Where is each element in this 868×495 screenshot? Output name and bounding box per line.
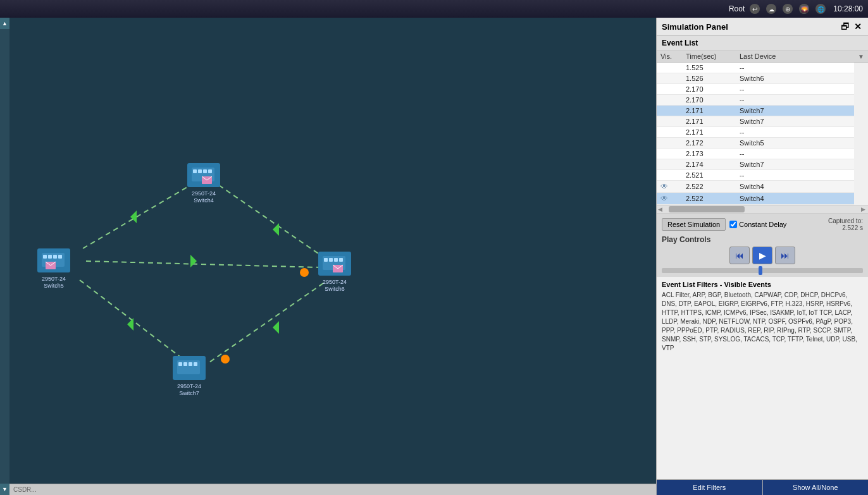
globe-icon[interactable]: 🌐 (814, 3, 827, 15)
device-cell: Switch5 (736, 138, 854, 149)
vis-cell (657, 63, 682, 73)
svg-text:Switch7: Switch7 (179, 390, 199, 396)
table-row[interactable]: 2.173-- (657, 149, 868, 159)
svg-text:🌄: 🌄 (801, 6, 809, 13)
bottom-buttons: Edit Filters Show All/None (657, 479, 868, 495)
play-controls-label: Play Controls (662, 235, 710, 244)
canvas-scroll-up[interactable]: ▲ (0, 18, 9, 29)
vis-cell (657, 138, 682, 149)
col-vis: Vis. (657, 51, 682, 63)
table-row[interactable]: 1.526Switch6 (657, 73, 868, 84)
vis-cell (657, 170, 682, 181)
table-row[interactable]: 2.174Switch7 (657, 159, 868, 170)
bottom-status: CSDR... (9, 484, 656, 495)
eye-icon: 👁 (660, 194, 668, 203)
svg-rect-38 (53, 255, 57, 259)
network-topology: 2950T-24 Switch4 2950T-24 Switch (9, 18, 656, 495)
simulation-panel-title: Simulation Panel (662, 22, 728, 32)
svg-rect-37 (48, 255, 52, 259)
device-cell: Switch7 (736, 116, 854, 127)
table-row[interactable]: 2.172Switch5 (657, 138, 868, 149)
time-cell: 2.171 (682, 127, 736, 138)
device-cell: -- (736, 127, 854, 138)
reset-simulation-button[interactable]: Reset Simulation (662, 218, 726, 231)
time-cell: 2.170 (682, 95, 736, 106)
time-cell: 2.171 (682, 116, 736, 127)
svg-text:⊕: ⊕ (785, 6, 790, 13)
device-cell: -- (736, 84, 854, 95)
svg-text:2950T-24: 2950T-24 (323, 279, 347, 285)
table-row[interactable]: 2.170-- (657, 95, 868, 106)
eye-icon: 👁 (660, 182, 668, 191)
svg-text:Switch6: Switch6 (325, 286, 345, 292)
table-row[interactable]: 👁2.522Switch4 (657, 181, 868, 193)
time-cell: 2.522 (682, 193, 736, 205)
landscape-icon[interactable]: 🌄 (798, 3, 810, 15)
play-button[interactable]: ▶ (752, 247, 772, 264)
svg-rect-25 (193, 169, 197, 173)
simulation-panel-header: Simulation Panel 🗗 ✕ (657, 18, 868, 36)
canvas-scrollbar[interactable]: ▲ ▼ (0, 18, 9, 495)
svg-rect-28 (208, 169, 212, 173)
svg-rect-39 (58, 255, 62, 259)
svg-text:Switch4: Switch4 (194, 197, 214, 204)
svg-rect-48 (329, 258, 333, 262)
svg-text:2950T-24: 2950T-24 (42, 276, 66, 282)
table-row[interactable]: 2.170-- (657, 84, 868, 95)
table-row[interactable]: 2.171-- (657, 127, 868, 138)
svg-point-21 (300, 268, 309, 277)
vis-cell: 👁 (657, 193, 682, 205)
canvas-area: 2950T-24 Switch4 2950T-24 Switch (9, 18, 656, 495)
device-cell: Switch6 (736, 73, 854, 84)
table-row[interactable]: 2.171Switch7 (657, 106, 868, 116)
cloud-icon[interactable]: ☁ (765, 3, 778, 15)
constant-delay-text: Constant Delay (739, 221, 786, 228)
maximize-panel-button[interactable]: 🗗 (840, 21, 850, 32)
svg-rect-36 (43, 255, 47, 259)
vis-cell (657, 159, 682, 170)
svg-rect-58 (178, 362, 182, 366)
skip-forward-button[interactable]: ⏭ (775, 247, 795, 264)
svg-text:2950T-24: 2950T-24 (177, 383, 201, 389)
play-controls: Play Controls ⏮ ▶ ⏭ (662, 235, 863, 273)
clock-label: 10:28:00 (833, 4, 863, 13)
constant-delay-checkbox[interactable] (729, 221, 737, 228)
move-icon[interactable]: ⊕ (781, 3, 794, 15)
user-label: Root (729, 4, 745, 13)
skip-back-button[interactable]: ⏮ (729, 247, 750, 264)
show-all-none-button[interactable]: Show All/None (763, 480, 869, 495)
table-row[interactable]: 1.525-- (657, 63, 868, 73)
filters-section: Event List Filters - Visible Events ACL … (657, 277, 868, 479)
vis-cell (657, 106, 682, 116)
vis-cell (657, 127, 682, 138)
table-row[interactable]: 👁2.522Switch4 (657, 193, 868, 205)
table-row[interactable]: 2.521-- (657, 170, 868, 181)
progress-bar-thumb[interactable] (759, 266, 762, 275)
progress-bar[interactable] (662, 268, 863, 273)
device-cell: Switch7 (736, 159, 854, 170)
time-cell: 2.171 (682, 106, 736, 116)
canvas-scroll-down[interactable]: ▼ (0, 484, 9, 495)
edit-filters-button[interactable]: Edit Filters (657, 480, 763, 495)
constant-delay-label[interactable]: Constant Delay (729, 221, 786, 228)
svg-text:Switch5: Switch5 (44, 283, 64, 289)
vis-cell (657, 95, 682, 106)
device-cell: Switch4 (736, 181, 854, 193)
event-list-label: Event List (662, 39, 698, 47)
device-cell: -- (736, 95, 854, 106)
svg-rect-26 (198, 169, 202, 173)
time-cell: 2.174 (682, 159, 736, 170)
time-cell: 2.521 (682, 170, 736, 181)
close-panel-button[interactable]: ✕ (853, 21, 863, 32)
event-scrollbar-thumb[interactable] (669, 206, 745, 212)
event-list-section[interactable]: Vis. Time(sec) Last Device ▼ 1.525--1.52… (657, 51, 868, 205)
event-scrollbar[interactable]: ◀ ▶ (657, 205, 868, 214)
time-cell: 2.522 (682, 181, 736, 193)
device-cell: -- (736, 63, 854, 73)
col-time: Time(sec) (682, 51, 736, 63)
svg-rect-50 (339, 258, 343, 262)
status-text: CSDR... (13, 486, 37, 493)
table-row[interactable]: 2.171Switch7 (657, 116, 868, 127)
back-icon[interactable]: ↩ (748, 3, 761, 15)
event-list-header: Event List (657, 36, 868, 51)
